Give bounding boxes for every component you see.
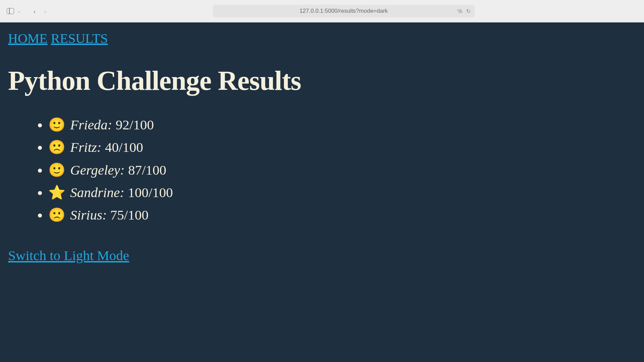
list-item: 🙁 Fritz: 40/100 — [48, 138, 636, 156]
emoji-icon: 🙂 — [48, 117, 65, 132]
url-text: 127.0.0.1:5000/results?mode=dark — [300, 8, 388, 14]
result-score: 92/100 — [116, 117, 154, 132]
emoji-icon: 🙁 — [48, 207, 65, 223]
result-name: Sandrine: — [70, 185, 124, 200]
switch-mode-link[interactable]: Switch to Light Mode — [8, 247, 129, 263]
back-button[interactable]: ‹ — [33, 7, 36, 15]
emoji-icon: ⭐ — [48, 185, 65, 200]
sidebar-toggle[interactable]: ⌄ — [7, 8, 20, 14]
result-name: Fritz: — [70, 139, 101, 155]
address-bar[interactable]: 127.0.0.1:5000/results?mode=dark ᴬあ ↻ — [213, 5, 475, 17]
result-name: Frieda: — [70, 117, 112, 132]
result-score: 75/100 — [110, 207, 149, 223]
result-name: Gergeley: — [70, 162, 124, 178]
browser-chrome: ⌄ ‹ › 127.0.0.1:5000/results?mode=dark ᴬ… — [0, 0, 644, 22]
reader-icon[interactable]: ᴬあ — [457, 8, 462, 14]
results-list: 🙂 Frieda: 92/100 🙁 Fritz: 40/100 🙂 Gerge… — [8, 116, 636, 224]
sidebar-icon — [7, 8, 14, 14]
nav-links: HOME RESULTS — [8, 31, 636, 46]
nav-results-link[interactable]: RESULTS — [51, 31, 108, 46]
result-name: Sirius: — [70, 207, 107, 223]
list-item: ⭐ Sandrine: 100/100 — [48, 184, 636, 201]
nav-home-link[interactable]: HOME — [8, 31, 48, 46]
page-title: Python Challenge Results — [8, 65, 636, 97]
emoji-icon: 🙂 — [48, 162, 65, 178]
reload-icon[interactable]: ↻ — [466, 8, 471, 14]
emoji-icon: 🙁 — [48, 139, 65, 155]
list-item: 🙁 Sirius: 75/100 — [48, 206, 636, 224]
result-score: 100/100 — [128, 185, 173, 200]
result-score: 87/100 — [128, 162, 166, 178]
page-content: HOME RESULTS Python Challenge Results 🙂 … — [0, 22, 644, 362]
result-score: 40/100 — [105, 139, 143, 155]
list-item: 🙂 Gergeley: 87/100 — [48, 161, 636, 179]
forward-button[interactable]: › — [44, 7, 47, 15]
chevron-down-icon: ⌄ — [17, 9, 20, 13]
list-item: 🙂 Frieda: 92/100 — [48, 116, 636, 134]
